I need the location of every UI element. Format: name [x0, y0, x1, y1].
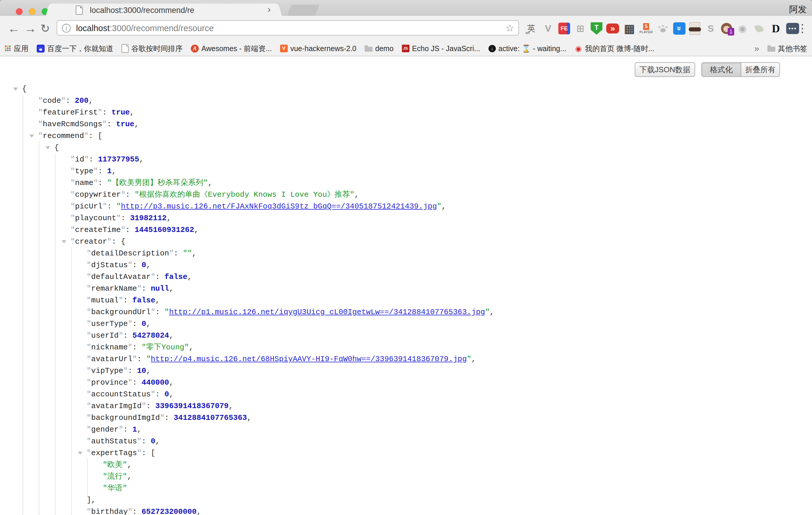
- json-line: "type": 1,: [0, 165, 812, 177]
- bookmark-item[interactable]: 应用: [5, 44, 28, 53]
- download-json-button[interactable]: 下载JSON数据: [635, 62, 695, 77]
- weibo-gray-extension-icon[interactable]: ◉: [736, 21, 749, 36]
- json-comma: ,: [135, 120, 139, 128]
- back-icon[interactable]: ←: [8, 21, 20, 36]
- bookmark-item[interactable]: 百度一下，你就知道: [37, 44, 113, 53]
- json-colon: :: [155, 390, 165, 399]
- json-colon: :: [125, 190, 135, 199]
- chrome-menu-icon[interactable]: ⋮: [797, 22, 808, 35]
- reload-icon[interactable]: ↻: [40, 21, 50, 36]
- json-quote: ": [128, 261, 133, 269]
- vue-devtools-extension-icon[interactable]: V: [542, 21, 555, 36]
- json-link-value[interactable]: http://p3.music.126.net/FJAxNkFoq3dGiS9t…: [121, 202, 437, 211]
- collapse-arrow-icon[interactable]: [78, 452, 83, 455]
- bookmark-item[interactable]: 谷歌按时间排序: [121, 44, 182, 53]
- bookmark-label: 我的首页 微博-随时...: [585, 44, 655, 53]
- bookmark-item[interactable]: 我的首页 微博-随时...: [575, 44, 655, 53]
- url-text[interactable]: localhost:3000/recommend/resource: [76, 24, 214, 33]
- json-quote: ": [93, 167, 98, 176]
- bird-extension-icon[interactable]: [753, 21, 765, 36]
- collapse-arrow-icon[interactable]: [46, 146, 50, 149]
- close-window-button[interactable]: [16, 8, 23, 15]
- folder-icon: [365, 47, 373, 52]
- json-line: "birthday": 652723200000,: [0, 506, 812, 515]
- json-quote: ": [160, 413, 165, 422]
- json-line: "avatarUrl": "http://p4.music.126.net/68…: [0, 353, 812, 365]
- json-line: "backgroundImgId": 3412884107765363,: [0, 412, 812, 424]
- json-line: "vipType": 10,: [0, 365, 812, 377]
- bookmark-star-icon[interactable]: ☆: [505, 22, 514, 34]
- json-colon: :: [125, 226, 135, 234]
- bookmark-item[interactable]: Awesomes - 前端资...: [191, 44, 272, 53]
- json-quote: ": [87, 507, 91, 515]
- json-num-value: 200: [75, 96, 89, 105]
- json-colon: :: [98, 167, 107, 176]
- bookmark-item[interactable]: vue-hackernews-2.0: [280, 44, 356, 53]
- json-quote: ": [87, 437, 91, 446]
- json-num-value: 440000: [142, 378, 169, 387]
- json-quote: ": [169, 249, 174, 258]
- json-line: "createTime": 1445160931262,: [0, 224, 812, 236]
- bookmark-label: demo: [375, 44, 394, 53]
- json-colon: :: [123, 296, 133, 305]
- translate-extension-icon[interactable]: 英: [525, 21, 538, 36]
- json-num-value: 652723200000: [142, 507, 196, 515]
- json-comma: ,: [229, 402, 233, 410]
- forward-icon[interactable]: →: [24, 21, 36, 36]
- minimize-window-button[interactable]: [29, 8, 35, 15]
- extension-glyph: V: [545, 23, 551, 34]
- json-comma: ,: [146, 366, 151, 375]
- profile-name[interactable]: 阿发: [789, 3, 807, 16]
- sitemap-extension-icon[interactable]: ⊞: [574, 21, 587, 36]
- html5-player-extension-icon[interactable]: 5PLAYER: [640, 21, 652, 36]
- json-link-value[interactable]: http://p1.music.126.net/iqygU3Uicg_cL00I…: [169, 308, 485, 316]
- json-key: birthday: [91, 507, 128, 515]
- collapse-all-button[interactable]: 折叠所有: [741, 62, 780, 77]
- json-quote: ": [87, 296, 91, 305]
- fast-forward-extension-icon[interactable]: »: [606, 24, 619, 33]
- blue-chevrons-extension-icon[interactable]: »: [673, 22, 686, 35]
- bookmark-item[interactable]: active: ⌛ - waiting...: [489, 44, 566, 53]
- collapse-arrow-icon[interactable]: [29, 135, 34, 138]
- json-line: "华语": [0, 482, 812, 494]
- format-button[interactable]: 格式化: [701, 62, 741, 77]
- json-line: "picUrl": "http://p3.music.126.net/FJAxN…: [0, 201, 812, 212]
- bookmarks-overflow-chevron[interactable]: »: [754, 44, 767, 53]
- json-key: gender: [91, 425, 119, 434]
- json-comma: ,: [169, 284, 174, 293]
- info-icon[interactable]: i: [62, 24, 71, 33]
- tampermonkey-shield-extension-icon[interactable]: T: [591, 22, 602, 35]
- paw-extension-icon[interactable]: [657, 21, 669, 36]
- json-num-value: 3396391418367079: [155, 402, 229, 410]
- json-quote: ": [70, 226, 75, 234]
- new-tab-button[interactable]: [287, 5, 319, 16]
- json-string-value: "": [183, 249, 192, 258]
- s-extension-icon[interactable]: S: [704, 21, 717, 36]
- json-num-value: 0: [165, 390, 169, 399]
- json-quote: ": [61, 96, 66, 105]
- json-num-value: 1: [107, 167, 112, 176]
- baidu-paw-icon: [37, 45, 45, 53]
- qrcode-extension-icon[interactable]: ▦: [623, 21, 636, 36]
- json-quote: ": [70, 237, 75, 246]
- collapse-arrow-icon[interactable]: [13, 87, 18, 91]
- other-bookmarks-folder[interactable]: 其他书签: [767, 44, 807, 53]
- incognito-mask-extension-icon[interactable]: [689, 22, 700, 35]
- tab-close-icon[interactable]: ×: [267, 5, 272, 15]
- bookmark-item[interactable]: Echo JS - JavaScri...: [402, 44, 480, 53]
- json-link-value[interactable]: http://p4.music.126.net/68HSpiyAAVY-HI9-…: [151, 355, 467, 364]
- browser-tab[interactable]: localhost:3000/recommend/re ×: [52, 3, 276, 16]
- collapse-arrow-icon[interactable]: [62, 240, 66, 244]
- dictionary-d-extension-icon[interactable]: D: [770, 21, 782, 36]
- json-line: "haveRcmdSongs": true,: [0, 118, 812, 130]
- address-bar[interactable]: i localhost:3000/recommend/resource ☆: [57, 20, 519, 35]
- json-colon: :: [142, 437, 151, 446]
- json-open-bracket: [: [151, 449, 155, 457]
- json-quote: ": [38, 96, 43, 105]
- bookmark-item[interactable]: demo: [365, 44, 394, 53]
- json-quote: ": [70, 167, 75, 176]
- json-comma: ,: [189, 343, 194, 352]
- fe-extension-icon[interactable]: FE: [558, 23, 570, 34]
- json-quote: ": [84, 132, 89, 140]
- monkey-extension-icon[interactable]: 1: [721, 23, 732, 34]
